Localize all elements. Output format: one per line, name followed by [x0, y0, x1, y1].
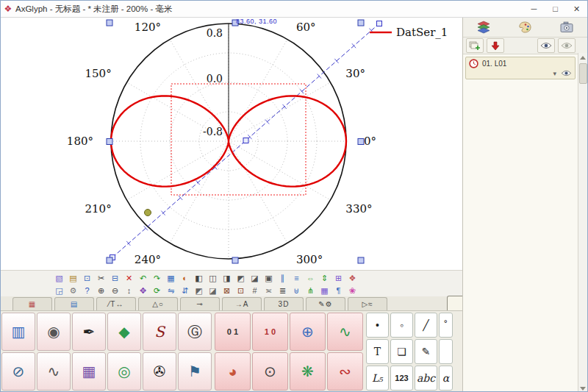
scrollbar-thumb[interactable] — [579, 63, 587, 84]
number-line-tool[interactable]: 0 1 — [215, 313, 251, 351]
unlock[interactable]: ⊡ — [234, 285, 248, 296]
selection-handle[interactable] — [107, 20, 112, 26]
pan[interactable]: ✥ — [136, 285, 150, 296]
paragraph[interactable]: ¶ — [331, 285, 345, 296]
spiral-shell-tool[interactable]: ✇ — [143, 352, 176, 391]
selection-handle[interactable] — [107, 257, 112, 263]
image-tool[interactable]: ▥ — [1, 313, 35, 351]
flip-horizontal[interactable]: ⇋ — [164, 285, 178, 296]
align-center[interactable]: ◫ — [206, 272, 220, 284]
cut[interactable]: ✂ — [94, 272, 108, 284]
color-grid[interactable]: ❖ — [345, 272, 359, 284]
merge[interactable]: ⊎ — [290, 285, 304, 296]
send-back[interactable]: ◪ — [206, 285, 220, 296]
pen-nib-tool[interactable]: ✒ — [72, 313, 106, 351]
line-tool[interactable]: ╱ — [415, 313, 437, 338]
save[interactable]: ◲ — [52, 285, 66, 296]
spring-tool[interactable]: ∾ — [327, 352, 363, 391]
align-right[interactable]: ◨ — [220, 272, 234, 284]
alpha-tool[interactable]: α — [439, 366, 453, 391]
polar-plot-tool[interactable]: ⊙ — [252, 352, 288, 391]
text-tool[interactable]: T — [366, 339, 389, 364]
panel-scrollbar[interactable] — [578, 53, 587, 392]
selection-handle[interactable] — [107, 139, 112, 145]
split[interactable]: ⋔ — [304, 285, 318, 296]
match-size[interactable]: ≍ — [262, 285, 276, 296]
layer-visibility-eye-icon[interactable] — [561, 70, 572, 76]
tab-flow[interactable]: ▷≈ — [348, 297, 387, 310]
small-circle-tool[interactable]: ◦ — [390, 313, 413, 338]
node-grid-tool[interactable]: ▦ — [72, 352, 106, 391]
selection-handle[interactable] — [358, 257, 364, 263]
degree-tool[interactable]: ˚ — [439, 313, 453, 338]
ellipse-tool[interactable]: ⊘ — [1, 352, 35, 391]
flag-chart-tool[interactable]: ⚑ — [178, 352, 212, 391]
line-chart-tool[interactable]: ∿ — [327, 313, 363, 351]
layers-button[interactable] — [471, 19, 496, 35]
card-view[interactable]: ▤ — [66, 272, 80, 284]
ring-tool[interactable]: ◎ — [107, 352, 141, 391]
add-layer-button[interactable] — [466, 38, 484, 53]
settings[interactable]: ⚙ — [66, 285, 80, 296]
blank-tool[interactable] — [439, 339, 453, 364]
hide-all-layers-button[interactable] — [558, 38, 576, 53]
tab-arrows[interactable]: →A — [222, 297, 262, 310]
numbers-tool[interactable]: 123 — [390, 366, 413, 391]
layer-dropdown-icon[interactable]: ▾ — [553, 70, 556, 77]
distribute-v[interactable]: ≡ — [290, 272, 304, 284]
guide-handle[interactable] — [377, 21, 382, 26]
tab-color-grid-left[interactable]: ▦ — [12, 297, 52, 310]
tab-shapes[interactable]: △○ — [138, 297, 178, 310]
flip-vertical[interactable]: ⇵ — [178, 285, 192, 296]
paste-tool[interactable]: ▧ — [52, 272, 66, 284]
zoom-in[interactable]: ⊕ — [94, 285, 108, 296]
frame[interactable]: ▣ — [262, 272, 276, 284]
minimize-button[interactable]: ─ — [523, 1, 545, 17]
group-objects[interactable]: ⊞ — [331, 272, 345, 284]
selection-handle[interactable] — [358, 139, 364, 145]
clipboard[interactable]: ⊟ — [108, 272, 122, 284]
zoom-out[interactable]: ⊖ — [108, 285, 122, 296]
align-top[interactable]: ◩ — [234, 272, 248, 284]
screenshot-tool[interactable]: ◉ — [37, 313, 71, 351]
solid3d-tool[interactable]: ◆ — [107, 313, 141, 351]
tab-connectors[interactable]: ⊸ — [180, 297, 220, 310]
pie-chart-tool[interactable]: ◕ — [215, 352, 251, 391]
selection-handle[interactable] — [232, 257, 238, 263]
tab-media[interactable]: ▤ — [54, 297, 94, 310]
layer-item[interactable]: 01. L01 ▾ — [465, 57, 576, 79]
grid-toggle[interactable]: ▦ — [164, 272, 178, 284]
align-bottom[interactable]: ◪ — [248, 272, 262, 284]
monogram-tool[interactable]: Ⓖ — [178, 313, 212, 351]
lock[interactable]: ⊠ — [220, 285, 234, 296]
scroll-down-icon[interactable] — [580, 387, 586, 391]
scatter3d-tool[interactable]: ❋ — [290, 352, 326, 391]
redo[interactable]: ↷ — [150, 272, 164, 284]
freehand-tool[interactable]: S — [143, 313, 176, 351]
tab-text-lines[interactable]: ⁄T↔ — [96, 297, 136, 310]
tab-3d[interactable]: 3D — [264, 297, 304, 310]
equal-width[interactable]: ⇔ — [304, 272, 318, 284]
bring-front[interactable]: ◩ — [192, 285, 206, 296]
distribute-h[interactable]: ∥ — [276, 272, 290, 284]
point-tool[interactable]: • — [366, 313, 389, 338]
tab-draw-settings[interactable]: ✎⚙ — [306, 297, 345, 310]
align-left[interactable]: ◧ — [192, 272, 206, 284]
guide-handle[interactable] — [243, 138, 248, 143]
layers-list[interactable]: ≣ — [276, 285, 290, 296]
drawing-canvas[interactable]: 0°30°60°120°150°180°210°240°300°330°0.80… — [1, 18, 462, 270]
label-subscript-tool[interactable]: L₅ — [366, 366, 389, 391]
rotate[interactable]: ⟳ — [150, 285, 164, 296]
import-layer-button[interactable] — [487, 38, 504, 53]
maximize-button[interactable]: □ — [545, 1, 566, 17]
callout-tool[interactable]: ❏ — [390, 339, 413, 364]
axes-plot-tool[interactable]: ⊕ — [290, 313, 326, 351]
flower-palette[interactable]: ❀ — [345, 285, 359, 296]
undo[interactable]: ↶ — [136, 272, 150, 284]
delete[interactable]: ✕ — [122, 272, 136, 284]
table[interactable]: ▦ — [318, 285, 331, 296]
show-all-layers-button[interactable] — [537, 38, 555, 53]
pencil-tool[interactable]: ✎ — [415, 339, 437, 364]
copy[interactable]: ⊡ — [80, 272, 94, 284]
letters-tool[interactable]: abc — [415, 366, 437, 391]
